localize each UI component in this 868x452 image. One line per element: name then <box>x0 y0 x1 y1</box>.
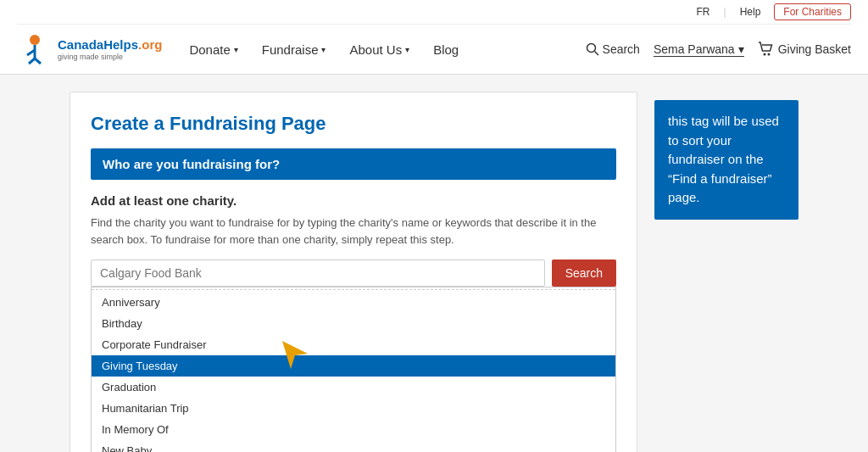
list-item[interactable]: Humanitarian Trip <box>92 398 615 419</box>
main-content: Create a Fundraising Page Who are you fu… <box>53 92 815 452</box>
svg-line-4 <box>35 59 41 64</box>
svg-point-7 <box>763 53 765 56</box>
logo-canada: Canada <box>58 37 103 52</box>
header: FR | Help For Charities CanadaHelps.org … <box>0 0 868 75</box>
divider: | <box>724 6 726 18</box>
search-button[interactable]: Search <box>552 259 616 287</box>
nav-about-us[interactable]: About Us ▾ <box>339 36 420 64</box>
logo-text: CanadaHelps.org giving made simple <box>58 37 162 62</box>
nav-blog[interactable]: Blog <box>423 36 469 64</box>
search-label: Search <box>603 42 640 56</box>
giving-basket[interactable]: Giving Basket <box>758 41 851 58</box>
svg-line-6 <box>594 52 598 56</box>
list-item[interactable]: Birthday <box>92 313 615 334</box>
logo-org: .org <box>138 37 162 52</box>
content-area: Create a Fundraising Page Who are you fu… <box>70 92 637 452</box>
logo-helps: Helps <box>103 37 138 52</box>
separator-top <box>92 289 615 290</box>
header-top-bar: FR | Help For Charities <box>17 0 851 25</box>
list-item[interactable]: Graduation <box>92 377 615 398</box>
section-header: Who are you fundraising for? <box>91 148 616 180</box>
help-link[interactable]: Help <box>740 6 761 18</box>
cart-label: Giving Basket <box>778 42 851 56</box>
for-charities-button[interactable]: For Charities <box>774 3 851 20</box>
header-main: CanadaHelps.org giving made simple Donat… <box>17 25 851 74</box>
svg-point-5 <box>587 44 595 53</box>
fr-link[interactable]: FR <box>697 6 710 18</box>
list-item[interactable]: New Baby <box>92 440 615 452</box>
add-charity-label: Add at least one charity. <box>91 193 616 208</box>
search-area[interactable]: Search <box>586 42 640 56</box>
dropdown-container: Anniversary Birthday Corporate Fundraise… <box>91 287 616 452</box>
tooltip-text: this tag will be used to sort your fundr… <box>668 114 779 204</box>
charity-search-input[interactable] <box>91 259 545 287</box>
logo-icon <box>17 31 53 67</box>
nav-fundraise[interactable]: Fundraise ▾ <box>252 36 337 64</box>
chevron-down-icon: ▾ <box>738 42 744 56</box>
svg-line-3 <box>29 59 35 64</box>
nav-donate[interactable]: Donate ▾ <box>179 36 248 64</box>
search-row: Search <box>91 259 616 287</box>
logo-tagline: giving made simple <box>58 53 162 62</box>
instructions: Find the charity you want to fundraise f… <box>91 215 616 248</box>
list-item-giving-tuesday[interactable]: Giving Tuesday <box>92 355 615 377</box>
list-item[interactable]: Anniversary <box>92 292 615 313</box>
user-menu[interactable]: Sema Parwana ▾ <box>654 42 744 57</box>
cart-icon <box>758 41 775 58</box>
list-item[interactable]: In Memory Of <box>92 419 615 440</box>
header-right: Search Sema Parwana ▾ Giving Basket <box>586 41 851 58</box>
dropdown-list[interactable]: Anniversary Birthday Corporate Fundraise… <box>91 287 616 452</box>
logo[interactable]: CanadaHelps.org giving made simple <box>17 31 162 67</box>
page-title: Create a Fundraising Page <box>91 113 616 135</box>
chevron-down-icon: ▾ <box>234 45 238 54</box>
svg-point-8 <box>767 53 770 56</box>
user-name: Sema Parwana <box>654 42 735 56</box>
chevron-down-icon: ▾ <box>405 45 409 54</box>
tooltip-box: this tag will be used to sort your fundr… <box>654 100 798 220</box>
list-item[interactable]: Corporate Fundraiser <box>92 334 615 355</box>
main-nav: Donate ▾ Fundraise ▾ About Us ▾ Blog <box>179 36 568 64</box>
search-icon <box>586 42 599 56</box>
chevron-down-icon: ▾ <box>321 45 326 54</box>
svg-point-0 <box>30 35 40 45</box>
